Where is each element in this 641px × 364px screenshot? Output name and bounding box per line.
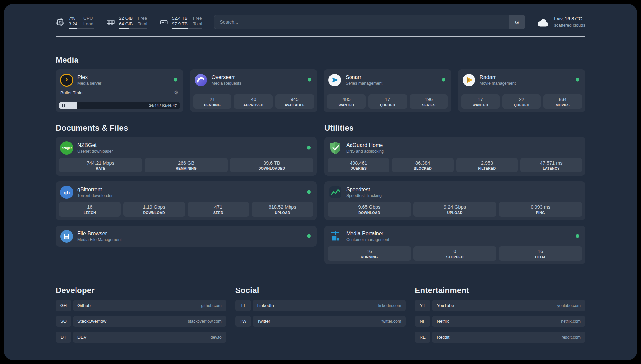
cloud-icon	[537, 17, 550, 27]
stat-label: UPLOAD	[415, 211, 495, 215]
service-stats: 744.21 MbpsRATE266 GBREMAINING39.6 TBDOW…	[59, 158, 313, 172]
bookmark-name: LinkedIn	[257, 303, 274, 308]
stat-label: RUNNING	[329, 255, 410, 259]
service-link-sonarr[interactable]: SonarrSeries management	[327, 73, 448, 87]
stat-queries: 498,461QUERIES	[328, 158, 389, 172]
bookmark-reddit[interactable]: RERedditreddit.com	[415, 332, 585, 343]
stat-value: 86,384	[393, 160, 452, 166]
bookmark-abbr: GH	[56, 300, 71, 311]
bookmark-url: netflix.com	[561, 319, 581, 324]
service-link-speedtest[interactable]: SpeedtestSpeedtest Tracking	[328, 185, 582, 199]
gear-icon[interactable]: ⚙	[174, 90, 178, 95]
stat-value: 9.24 Gbps	[415, 204, 495, 210]
playback-time: 24:44 / 02:06:47	[149, 104, 177, 107]
section-media: Media ›PlexMedia serverBullet Train⚙24:4…	[56, 55, 585, 112]
service-stats: 17WANTED22QUEUED834MOVIES	[461, 94, 582, 109]
section-title-media: Media	[56, 55, 585, 65]
bookmark-twitter[interactable]: TWTwittertwitter.com	[235, 316, 406, 327]
service-card-overseerr: OverseerrMedia Requests21PENDING40APPROV…	[190, 69, 318, 112]
resource-label-2: Total	[193, 21, 202, 27]
playback-progress-bar[interactable]: 24:44 / 02:06:47	[59, 102, 180, 109]
resource-values: 22 GiBFree64 GiBTotal	[119, 15, 147, 27]
status-dot-online	[442, 78, 445, 82]
service-link-plex[interactable]: ›PlexMedia server	[59, 73, 180, 87]
status-dot-online	[174, 78, 177, 82]
pause-icon[interactable]	[62, 104, 65, 107]
resource-value-2: 3.24	[69, 21, 78, 27]
service-name: Overseerr	[212, 75, 241, 80]
service-description: Speedtest Tracking	[346, 193, 382, 198]
bookmark-dev[interactable]: DTDEVdev.to	[56, 332, 226, 343]
sonarr-icon	[328, 73, 342, 87]
resource-value-1: 52.4 TB	[172, 15, 188, 21]
stat-running: 16RUNNING	[328, 246, 411, 261]
stat-queued: 22QUEUED	[502, 94, 541, 109]
service-link-adguard[interactable]: AdGuard HomeDNS and adblocking	[328, 140, 582, 155]
bookmark-abbr: DT	[56, 332, 71, 343]
service-link-portainer[interactable]: Media PortainerContainer management	[328, 229, 582, 243]
resource-label-2: Load	[83, 21, 94, 27]
bookmark-url: dev.to	[211, 335, 222, 340]
stat-value: 485	[328, 97, 364, 102]
resource-widget-memory: 22 GiBFree64 GiBTotal	[106, 15, 147, 29]
resource-value-1: 7%	[69, 15, 78, 21]
stat-label: AVAILABLE	[277, 103, 313, 107]
service-link-overseerr[interactable]: OverseerrMedia Requests	[193, 73, 314, 87]
section-title-utilities: Utilities	[324, 123, 585, 133]
bookmark-rows: GHGithubgithub.comSOStackOverflowstackov…	[56, 300, 226, 343]
section-title-documents: Documents & Files	[56, 123, 317, 133]
bookmark-stackoverflow[interactable]: SOStackOverflowstackoverflow.com	[56, 316, 226, 327]
service-link-qbittorrent[interactable]: qbqBittorrentTorrent downloader	[59, 185, 313, 199]
stat-movies: 834MOVIES	[543, 94, 582, 109]
stat-filtered: 2,953FILTERED	[456, 158, 518, 172]
stat-value: 39.6 TB	[231, 160, 312, 166]
service-description: Media File Management	[77, 237, 122, 242]
bookmark-body: Redditreddit.com	[432, 332, 585, 343]
service-card-portainer: Media PortainerContainer management16RUN…	[324, 226, 585, 264]
bookmark-youtube[interactable]: YTYouTubeyoutube.com	[415, 300, 585, 311]
bookmark-body: Twittertwitter.com	[253, 316, 406, 327]
status-dot-online	[307, 146, 311, 150]
stat-upload: 618.52 MbpsUPLOAD	[252, 202, 313, 217]
filebrowser-icon	[60, 229, 74, 243]
bookmark-github[interactable]: GHGithubgithub.com	[56, 300, 226, 311]
service-card-nzbget: nzbgetNZBGetUsenet downloader744.21 Mbps…	[56, 137, 317, 176]
stat-value: 9.65 Gbps	[329, 204, 410, 210]
stat-value: 618.52 Mbps	[253, 204, 312, 210]
bookmark-name: DEV	[77, 335, 87, 340]
resource-usage-fill	[69, 28, 77, 29]
utilities-cards: AdGuard HomeDNS and adblocking498,461QUE…	[324, 137, 585, 264]
bookmark-url: twitter.com	[382, 319, 401, 324]
bookmark-name: Netflix	[437, 319, 449, 324]
service-description: Media Requests	[212, 81, 241, 86]
stat-leech: 16LEECH	[59, 202, 121, 217]
service-name: Plex	[77, 75, 101, 80]
stat-value: 196	[411, 97, 447, 102]
status-dot-online	[308, 78, 311, 82]
stat-value: 40	[235, 97, 271, 102]
bookmark-body: LinkedInlinkedin.com	[253, 300, 406, 311]
bookmark-linkedin[interactable]: LILinkedInlinkedin.com	[235, 300, 406, 311]
service-stats: 16RUNNING0STOPPED16TOTAL	[328, 246, 582, 261]
bookmark-body: Githubgithub.com	[73, 300, 226, 311]
documents-cards: nzbgetNZBGetUsenet downloader744.21 Mbps…	[56, 137, 317, 247]
service-link-filebrowser[interactable]: File BrowserMedia File Management	[59, 229, 313, 243]
stat-value: 945	[277, 97, 313, 102]
search-input[interactable]	[214, 15, 509, 29]
stat-value: 0.993 ms	[500, 204, 581, 210]
service-link-nzbget[interactable]: nzbgetNZBGetUsenet downloader	[59, 140, 313, 155]
stat-label: BLOCKED	[393, 167, 452, 170]
service-meta: Media PortainerContainer management	[346, 231, 389, 242]
search-provider-button[interactable]: G	[509, 15, 525, 29]
stat-label: FILTERED	[458, 167, 517, 170]
bookmark-group-social: SocialLILinkedInlinkedin.comTWTwittertwi…	[235, 286, 406, 327]
service-name: Speedtest	[346, 187, 382, 193]
bookmark-netflix[interactable]: NFNetflixnetflix.com	[415, 316, 585, 327]
service-meta: SonarrSeries management	[346, 75, 382, 86]
section-documents: Documents & Files nzbgetNZBGetUsenet dow…	[56, 123, 317, 247]
service-link-radarr[interactable]: RadarrMovie management	[461, 73, 582, 87]
service-meta: PlexMedia server	[77, 75, 101, 86]
resource-usage-fill	[119, 28, 129, 29]
dashboard-content: 7%CPU3.24Load22 GiBFree64 GiBTotal52.4 T…	[4, 4, 637, 356]
service-name: qBittorrent	[77, 187, 113, 193]
